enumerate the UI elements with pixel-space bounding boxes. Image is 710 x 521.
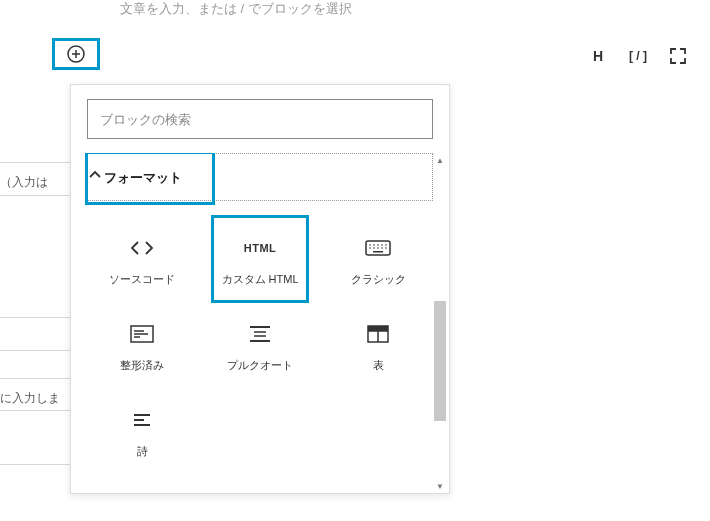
block-verse[interactable]: 詩 [87, 393, 197, 471]
verse-icon [128, 406, 156, 434]
svg-rect-15 [368, 326, 388, 331]
svg-point-2 [369, 244, 371, 246]
block-pullquote[interactable]: プルクオート [205, 307, 315, 385]
preformatted-icon [128, 320, 156, 348]
shortcode-tool-icon[interactable]: [ / ] [626, 44, 650, 68]
editor-placeholder: 文章を入力、または / でブロックを選択 [120, 0, 352, 18]
scroll-up-icon[interactable]: ▲ [433, 153, 447, 167]
block-table[interactable]: 表 [323, 307, 433, 385]
code-icon [128, 234, 156, 262]
keyboard-icon [364, 234, 392, 262]
bg-enter-label: に入力しま [0, 390, 60, 407]
svg-point-6 [385, 244, 387, 246]
block-custom-html[interactable]: HTML カスタム HTML [205, 221, 315, 299]
svg-point-3 [373, 244, 375, 246]
add-block-button[interactable] [64, 42, 88, 66]
scroll-thumb[interactable] [434, 301, 446, 421]
add-block-button-highlight [52, 38, 100, 70]
block-inserter-popup: フォーマット ソースコード HTML カスタム HTML [70, 84, 450, 494]
svg-point-7 [369, 247, 371, 249]
svg-point-11 [385, 247, 387, 249]
scroll-down-icon[interactable]: ▼ [433, 479, 447, 493]
block-classic[interactable]: クラシック [323, 221, 433, 299]
table-icon [364, 320, 392, 348]
expand-tool-icon[interactable] [666, 44, 690, 68]
svg-point-10 [381, 247, 383, 249]
block-source-code[interactable]: ソースコード [87, 221, 197, 299]
svg-point-9 [377, 247, 379, 249]
svg-rect-12 [373, 251, 383, 253]
svg-point-4 [377, 244, 379, 246]
svg-point-8 [373, 247, 375, 249]
category-label: フォーマット [85, 153, 215, 205]
bg-input-label: （入力は [0, 174, 48, 191]
category-header-format[interactable]: フォーマット [87, 153, 433, 201]
block-preformatted[interactable]: 整形済み [87, 307, 197, 385]
scrollbar[interactable]: ▲ ▼ [433, 153, 447, 493]
custom-html-highlight [211, 215, 309, 303]
pullquote-icon [246, 320, 274, 348]
search-input[interactable] [87, 99, 433, 139]
heading-tool-icon[interactable]: H [586, 44, 610, 68]
svg-point-5 [381, 244, 383, 246]
